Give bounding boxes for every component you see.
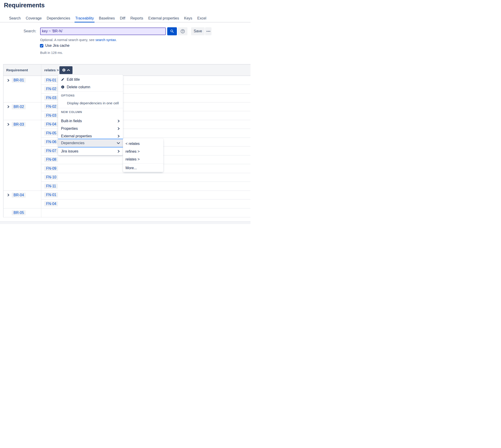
requirement-cell: BR-04 [3, 191, 41, 208]
column-settings-button[interactable] [59, 66, 72, 74]
search-hint-period: . [116, 38, 117, 42]
menu-item-properties[interactable]: Properties [58, 125, 123, 132]
dependency-key-badge[interactable]: FN-09 [44, 166, 58, 171]
dependency-row: FN-01 [41, 191, 250, 200]
tab-baselines[interactable]: Baselines [98, 16, 115, 22]
search-syntax-link[interactable]: search syntax [95, 38, 116, 42]
menu-item-edit-title[interactable]: Edit title [58, 76, 123, 83]
submenu-item-more[interactable]: More... [123, 164, 163, 172]
expand-chevron-icon[interactable] [7, 79, 10, 82]
tab-dependencies[interactable]: Dependencies [46, 16, 71, 22]
expand-chevron-icon[interactable] [7, 123, 10, 126]
expand-chevron-icon[interactable] [7, 105, 10, 108]
dependency-key-badge[interactable]: FN-10 [44, 175, 58, 180]
submenu-separator [123, 163, 163, 163]
menu-item-delete-column[interactable]: Delete column [58, 83, 123, 91]
requirement-column-title: Requirement [6, 68, 28, 72]
menu-item-label: Delete column [67, 85, 120, 89]
tab-diff[interactable]: Diff [119, 16, 126, 22]
dependency-key-badge[interactable]: FN-03 [44, 113, 58, 118]
menu-separator [58, 108, 123, 108]
dependency-key-badge[interactable]: FN-02 [44, 86, 58, 92]
dependency-key-badge[interactable]: FN-02 [44, 104, 58, 109]
requirement-key-badge[interactable]: BR-03 [12, 122, 26, 127]
tab-keys[interactable]: Keys [184, 16, 193, 22]
page-title: Requirements [0, 0, 250, 9]
dependencies-submenu: < relatesrefines >relates >More... [123, 139, 163, 172]
chevron-right-icon [117, 127, 120, 130]
chevron-down-icon [117, 142, 120, 144]
dependency-key-badge[interactable]: FN-08 [44, 157, 58, 162]
use-jira-cache-checkbox[interactable] [40, 44, 43, 48]
help-button[interactable] [178, 27, 187, 35]
dependency-key-badge[interactable]: FN-11 [44, 184, 58, 189]
tab-reports[interactable]: Reports [130, 16, 144, 22]
requirement-line: BR-04 [3, 191, 41, 199]
dependency-key-badge[interactable]: FN-03 [44, 95, 58, 100]
tab-coverage[interactable]: Coverage [25, 16, 42, 22]
menu-item-label: External properties [61, 134, 117, 138]
requirement-line: BR-01 [3, 76, 41, 85]
cache-row: Use Jira cache [40, 44, 250, 48]
search-input[interactable] [40, 28, 166, 35]
menu-item-label: Edit title [67, 78, 120, 82]
requirement-cell: BR-03 [3, 120, 41, 191]
more-actions-button[interactable] [205, 27, 212, 35]
submenu-item-refines[interactable]: refines > [123, 148, 163, 156]
dependency-key-badge[interactable]: FN-04 [44, 122, 58, 127]
menu-bottom-spacer [58, 155, 123, 155]
tab-external-properties[interactable]: External properties [148, 16, 180, 22]
expand-chevron-icon[interactable] [7, 194, 10, 196]
tab-bar: SearchCoverageDependenciesTraceabilityBa… [0, 16, 250, 22]
dependency-key-badge[interactable]: FN-01 [44, 192, 58, 197]
requirement-key-badge[interactable]: BR-05 [12, 210, 26, 215]
menu-heading-options: OPTIONS [58, 92, 123, 99]
chevron-right-icon [117, 135, 120, 138]
requirement-column-header: Requirement [3, 64, 41, 76]
menu-item-built-in-fields[interactable]: Built-in fields [58, 117, 123, 125]
ellipsis-icon [206, 31, 210, 32]
requirement-cell: BR-02 [3, 102, 41, 120]
dependency-key-badge[interactable]: FN-05 [44, 131, 58, 136]
submenu-item-relates[interactable]: relates > [123, 156, 163, 163]
use-jira-cache-label[interactable]: Use Jira cache [45, 44, 69, 48]
tab-search[interactable]: Search [8, 16, 22, 22]
help-icon [180, 29, 185, 34]
gear-icon [62, 68, 66, 72]
requirement-cell: BR-01 [3, 76, 41, 102]
menu-item-jira-issues[interactable]: Jira issues [58, 147, 123, 155]
tab-excel[interactable]: Excel [197, 16, 207, 22]
tab-traceability[interactable]: Traceability [75, 16, 95, 22]
requirement-line: BR-03 [3, 120, 41, 129]
dependency-row: FN-10 [41, 173, 250, 182]
dependency-key-badge[interactable]: FN-01 [44, 78, 58, 83]
dependency-row: FN-11 [41, 182, 250, 191]
submenu-item-relates[interactable]: < relates [123, 140, 163, 148]
relates-column-header: relates > [41, 64, 250, 76]
search-icon [170, 29, 174, 33]
dependencies-cell: FN-01FN-04 [41, 191, 250, 208]
menu-item-dependencies[interactable]: Dependencies [58, 139, 123, 147]
chevron-right-icon [117, 150, 120, 153]
dependency-key-badge[interactable]: FN-07 [44, 148, 58, 153]
dependency-row: FN-04 [41, 199, 250, 208]
dependencies-cell [41, 208, 250, 217]
table-group-br-04: BR-04FN-01FN-04 [3, 191, 250, 208]
relates-column-title: relates > [44, 68, 59, 72]
table-header-row: Requirement relates > [3, 64, 250, 76]
requirement-key-badge[interactable]: BR-01 [12, 78, 26, 83]
requirement-key-badge[interactable]: BR-04 [12, 192, 26, 198]
chevron-right-icon [117, 120, 120, 122]
table-group-br-05: BR-05 [3, 208, 250, 217]
requirement-key-badge[interactable]: BR-02 [12, 104, 26, 109]
save-button[interactable]: Save [191, 27, 205, 35]
search-button[interactable] [167, 27, 177, 35]
menu-item-label: Built-in fields [61, 119, 117, 123]
search-form-row: Search: Save [0, 27, 250, 35]
menu-item-display-dependencies-in-one-cell[interactable]: Display dependencies in one cell [58, 99, 123, 107]
search-label: Search: [0, 29, 36, 33]
requirement-line: BR-05 [3, 208, 41, 217]
search-hint: Optional. A normal search query, see sea… [40, 38, 250, 42]
dependency-key-badge[interactable]: FN-06 [44, 139, 58, 144]
dependency-key-badge[interactable]: FN-04 [44, 201, 58, 206]
